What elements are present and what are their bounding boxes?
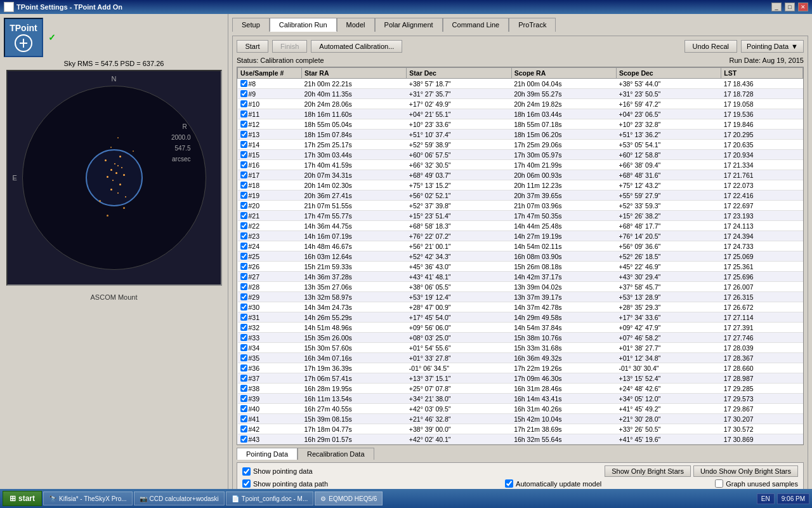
cell-use[interactable]: #41: [238, 414, 302, 424]
row-checkbox[interactable]: [240, 314, 247, 321]
row-checkbox[interactable]: [240, 405, 247, 412]
cell-use[interactable]: #26: [238, 262, 302, 272]
tab-polar-alignment[interactable]: Polar Alignment: [375, 18, 443, 32]
cell-use[interactable]: #20: [238, 201, 302, 211]
minimize-button[interactable]: _: [771, 3, 782, 11]
row-checkbox[interactable]: [240, 80, 247, 87]
row-checkbox[interactable]: [240, 243, 247, 250]
maximize-button[interactable]: □: [785, 3, 795, 11]
auto-update-model-check[interactable]: [505, 479, 513, 488]
cell-use[interactable]: #24: [238, 241, 302, 251]
row-checkbox[interactable]: [240, 273, 247, 280]
show-pointing-path-label[interactable]: Show pointing data path: [242, 479, 328, 488]
row-checkbox[interactable]: [240, 192, 247, 199]
start-button-taskbar[interactable]: ⊞ start: [3, 491, 42, 506]
row-checkbox[interactable]: [240, 212, 247, 219]
finish-button[interactable]: Finish: [272, 40, 307, 53]
cell-use[interactable]: #33: [238, 333, 302, 343]
row-checkbox[interactable]: [240, 395, 247, 402]
close-button[interactable]: ✕: [798, 3, 808, 11]
cell-use[interactable]: #11: [238, 109, 302, 119]
row-checkbox[interactable]: [240, 131, 247, 138]
cell-use[interactable]: #40: [238, 404, 302, 414]
undo-show-bright-stars-button[interactable]: Undo Show Only Bright Stars: [693, 465, 798, 477]
cell-use[interactable]: #37: [238, 373, 302, 384]
row-checkbox[interactable]: [240, 436, 247, 443]
cell-use[interactable]: #12: [238, 119, 302, 130]
cell-use[interactable]: #17: [238, 170, 302, 180]
row-checkbox[interactable]: [240, 334, 247, 341]
cell-use[interactable]: #8: [238, 79, 302, 89]
row-checkbox[interactable]: [240, 222, 247, 229]
show-only-bright-stars-button[interactable]: Show Only Bright Stars: [605, 465, 691, 477]
row-checkbox[interactable]: [240, 161, 247, 168]
row-checkbox[interactable]: [240, 90, 247, 97]
row-checkbox[interactable]: [240, 110, 247, 117]
cell-use[interactable]: #15: [238, 150, 302, 160]
cell-use[interactable]: #30: [238, 302, 302, 312]
cell-use[interactable]: #22: [238, 221, 302, 231]
undo-recal-button[interactable]: Undo Recal: [684, 40, 737, 53]
cell-use[interactable]: #9: [238, 89, 302, 99]
cell-use[interactable]: #23: [238, 231, 302, 241]
pointing-data-dropdown[interactable]: Pointing Data ▼: [741, 40, 804, 53]
row-checkbox[interactable]: [240, 182, 247, 189]
cell-use[interactable]: #36: [238, 363, 302, 373]
cell-use[interactable]: #35: [238, 353, 302, 363]
cell-use[interactable]: #25: [238, 251, 302, 262]
bottom-tab-recalibration[interactable]: Recalibration Data: [298, 448, 374, 460]
bottom-tab-pointing[interactable]: Pointing Data: [237, 448, 298, 460]
cell-use[interactable]: #43: [238, 434, 302, 444]
cell-use[interactable]: #38: [238, 384, 302, 394]
taskbar-item-ccd[interactable]: 📷 CCD calculator+wodaski: [134, 491, 225, 505]
show-pointing-data-label[interactable]: Show pointing data: [242, 467, 313, 476]
row-checkbox[interactable]: [240, 263, 247, 270]
row-checkbox[interactable]: [240, 304, 247, 311]
row-checkbox[interactable]: [240, 100, 247, 107]
row-checkbox[interactable]: [240, 253, 247, 260]
row-checkbox[interactable]: [240, 425, 247, 432]
taskbar-item-kifisia[interactable]: 🔭 Kifisia* - TheSkyX Pro...: [43, 491, 133, 505]
row-checkbox[interactable]: [240, 202, 247, 209]
cell-use[interactable]: #10: [238, 99, 302, 109]
row-checkbox[interactable]: [240, 415, 247, 422]
row-checkbox[interactable]: [240, 293, 247, 300]
cell-use[interactable]: #42: [238, 424, 302, 434]
cell-use[interactable]: #18: [238, 180, 302, 190]
row-checkbox[interactable]: [240, 141, 247, 148]
row-checkbox[interactable]: [240, 385, 247, 392]
row-checkbox[interactable]: [240, 364, 247, 371]
cell-use[interactable]: #39: [238, 394, 302, 404]
automated-calibration-button[interactable]: Automated Calibration...: [311, 40, 402, 53]
cell-use[interactable]: #31: [238, 312, 302, 323]
show-pointing-data-check[interactable]: [242, 467, 251, 476]
row-checkbox[interactable]: [240, 354, 247, 361]
cell-use[interactable]: #32: [238, 323, 302, 333]
graph-unused-label[interactable]: Graph unused samples: [715, 479, 798, 488]
show-pointing-path-check[interactable]: [242, 479, 251, 488]
cell-use[interactable]: #34: [238, 343, 302, 353]
cell-use[interactable]: #16: [238, 160, 302, 170]
row-checkbox[interactable]: [240, 375, 247, 382]
tab-protrack[interactable]: ProTrack: [509, 18, 556, 32]
row-checkbox[interactable]: [240, 171, 247, 178]
row-checkbox[interactable]: [240, 324, 247, 331]
auto-update-model-label[interactable]: Automatically update model: [505, 479, 601, 488]
taskbar-item-eqmod[interactable]: ⚙ EQMOD HEQ5/6: [315, 491, 383, 505]
cell-use[interactable]: #21: [238, 211, 302, 221]
tab-calibration-run[interactable]: Calibration Run: [270, 18, 337, 32]
row-checkbox[interactable]: [240, 121, 247, 128]
table-scroll[interactable]: Use/Sample # Star RA Star Dec Scope RA S…: [237, 67, 803, 444]
tab-setup[interactable]: Setup: [232, 18, 270, 32]
row-checkbox[interactable]: [240, 283, 247, 290]
taskbar-item-tpoint-doc[interactable]: 📄 Tpoint_config.doc - M...: [226, 491, 314, 505]
cell-use[interactable]: #13: [238, 130, 302, 140]
start-button[interactable]: Start: [237, 40, 268, 53]
row-checkbox[interactable]: [240, 151, 247, 158]
tab-model[interactable]: Model: [337, 18, 375, 32]
cell-use[interactable]: #19: [238, 190, 302, 201]
graph-unused-check[interactable]: [715, 479, 723, 488]
row-checkbox[interactable]: [240, 232, 247, 239]
tab-command-line[interactable]: Command Line: [443, 18, 509, 32]
cell-use[interactable]: #28: [238, 282, 302, 292]
